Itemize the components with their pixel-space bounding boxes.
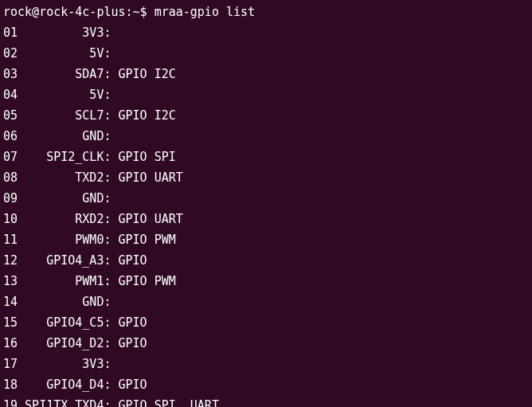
- output-row: 02 5V:: [3, 43, 529, 64]
- prompt-sep: :: [126, 5, 133, 19]
- command-output: 01 3V3:02 5V:03 SDA7: GPIO I2C04 5V:05 S…: [3, 22, 529, 407]
- output-row: 11 PWM0: GPIO PWM: [3, 229, 529, 250]
- output-row: 03 SDA7: GPIO I2C: [3, 64, 529, 84]
- prompt-path: ~: [133, 5, 140, 19]
- output-row: 14 GND:: [3, 292, 529, 312]
- output-row: 12 GPIO4_A3: GPIO: [3, 250, 529, 271]
- prompt-line: rock@rock-4c-plus:~$ mraa-gpio list: [3, 2, 529, 22]
- output-row: 08 TXD2: GPIO UART: [3, 167, 529, 188]
- output-row: 06 GND:: [3, 126, 529, 147]
- output-row: 16 GPIO4_D2: GPIO: [3, 333, 529, 354]
- prompt-dollar: $: [140, 5, 147, 19]
- output-row: 18 GPIO4_D4: GPIO: [3, 374, 529, 395]
- prompt-user-host: rock@rock-4c-plus: [3, 5, 126, 19]
- output-row: 01 3V3:: [3, 22, 529, 43]
- output-row: 05 SCL7: GPIO I2C: [3, 105, 529, 126]
- output-row: 15 GPIO4_C5: GPIO: [3, 312, 529, 333]
- output-row: 07 SPI2_CLK: GPIO SPI: [3, 147, 529, 167]
- output-row: 13 PWM1: GPIO PWM: [3, 271, 529, 292]
- output-row: 09 GND:: [3, 188, 529, 209]
- output-row: 04 5V:: [3, 84, 529, 105]
- output-row: 19 SPI1TX.TXD4: GPIO SPI UART: [3, 395, 529, 407]
- prompt-command[interactable]: mraa-gpio list: [155, 5, 255, 19]
- output-row: 10 RXD2: GPIO UART: [3, 209, 529, 229]
- output-row: 17 3V3:: [3, 354, 529, 374]
